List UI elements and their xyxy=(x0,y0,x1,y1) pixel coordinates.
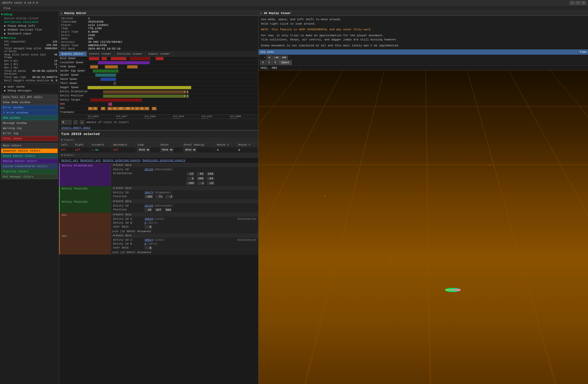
insert-minus-button[interactable]: − xyxy=(74,120,78,124)
divider-3 xyxy=(1,142,58,142)
fatal-crash-button[interactable]: FATAL CRASH xyxy=(1,136,58,141)
viewer-info-box: Use WASD, space, and left shift to move … xyxy=(259,16,588,49)
practice-colors-button[interactable]: Practice Colors xyxy=(1,169,58,174)
insert-plus-button[interactable]: + xyxy=(80,120,84,124)
select-all-link[interactable]: Select all xyxy=(61,159,78,162)
key-space[interactable]: Space xyxy=(279,60,292,65)
or-0-0[interactable]: -22 xyxy=(187,172,195,176)
debug-messages-item[interactable]: ▶ Debug messages xyxy=(1,89,58,93)
maximize-button[interactable]: □ xyxy=(576,1,580,5)
menu-file[interactable]: File xyxy=(2,7,12,10)
key-w[interactable]: W xyxy=(267,55,272,60)
pede-bar[interactable] xyxy=(88,65,258,69)
insert-label: Amount of ticks to insert xyxy=(86,121,129,124)
pede-label: Pede Spawn xyxy=(59,65,88,68)
pos1-z[interactable]: -3 xyxy=(165,195,173,198)
hit1-eid-b-link[interactable]: 0 xyxy=(145,221,146,224)
squid-bar[interactable] xyxy=(88,77,258,81)
mod-manager-colors-button[interactable]: Mod Manager Colors xyxy=(1,174,58,179)
thorn-bar[interactable] xyxy=(88,81,258,85)
or-1-2[interactable]: -54 xyxy=(206,177,214,180)
deselect-all-link[interactable]: Deselect all xyxy=(80,159,101,162)
pos1-entity-id-link[interactable]: 30475 xyxy=(145,191,153,194)
or-2-1[interactable]: -1 xyxy=(197,181,205,185)
warning-log-button[interactable]: Warning log xyxy=(1,126,58,131)
main-colors-button[interactable]: Main Colors xyxy=(1,143,58,148)
pos1-y[interactable]: 71 xyxy=(155,195,163,198)
td-shoot-homing: None xyxy=(182,147,215,153)
boid-bar[interactable] xyxy=(88,56,258,60)
hit1-user-data-num[interactable]: 0 xyxy=(145,225,152,229)
or-0-2[interactable]: 249 xyxy=(206,172,214,176)
metrics-section-title[interactable]: ▼ Metrics xyxy=(1,37,58,40)
entity-id-link[interactable]: 28138 xyxy=(145,168,153,171)
keyboard-input-item[interactable]: ▶ Keyboard input xyxy=(1,32,58,35)
error-window-button[interactable]: Error window xyxy=(1,105,58,110)
show-demo-button[interactable]: Show demo window xyxy=(1,100,58,105)
key-lmb[interactable]: LMB xyxy=(273,56,280,60)
entity-orientation-label: Entity Orientation xyxy=(59,90,88,93)
shoot-homing-select[interactable]: None xyxy=(183,148,197,152)
key-rmb[interactable]: RMB xyxy=(281,56,288,60)
hit1-eid-a-link[interactable]: 30829 xyxy=(145,217,153,221)
or-2-0[interactable]: -255 xyxy=(186,181,195,185)
dagger-bar[interactable] xyxy=(88,86,258,89)
hit-label: Hit xyxy=(59,107,88,110)
hit1-eid-a-key: Entity Id A xyxy=(112,217,143,221)
gem-window-button[interactable]: Gem window xyxy=(1,116,58,120)
inputs-table: Left Right Forward Backward Jump Shoot S… xyxy=(59,143,258,153)
popup-debug-item[interactable]: ▶ Popup debug info xyxy=(1,24,58,28)
or-0-1[interactable]: 54 xyxy=(197,172,204,176)
error-log-button[interactable]: Error log xyxy=(1,131,58,136)
auto-fail-button[interactable]: Auto-fail all API calls xyxy=(1,95,58,99)
jump-select[interactable]: None xyxy=(137,148,150,152)
spider-bar[interactable] xyxy=(88,73,258,77)
entity-orientation-bar[interactable]: 2 2 xyxy=(88,90,258,94)
spawnset-editor-colors-button[interactable]: Spawnset Editor Colors xyxy=(1,148,58,153)
duplicate-selected-link[interactable]: Duplicate selected events xyxy=(142,159,185,162)
pos2-y[interactable]: 347 xyxy=(154,208,162,212)
message-window-button[interactable]: Message window xyxy=(1,121,58,125)
transmute-bar[interactable] xyxy=(88,110,258,114)
tab-inputs-viewer[interactable]: Inputs viewer xyxy=(146,52,173,56)
insert-empty-link[interactable]: Insert empty data xyxy=(61,126,90,129)
delete-selected-link[interactable]: Delete selected events xyxy=(103,159,140,162)
window-controls[interactable]: ─ □ ✕ xyxy=(570,1,586,5)
or-1-0[interactable]: 3 xyxy=(187,177,195,180)
debug-section-title[interactable]: ▼ Debug xyxy=(1,13,58,16)
3d-canvas[interactable] xyxy=(259,70,588,384)
three-error-button[interactable]: 3 error windows xyxy=(1,110,58,115)
key-d[interactable]: D xyxy=(273,60,278,65)
custom-leaderboards-colors-button[interactable]: Custom Leaderboards Colors xyxy=(1,164,58,169)
replay-editor-colors-button[interactable]: Replay Editor Colors xyxy=(1,159,58,163)
tab-events-editor[interactable]: Events editor xyxy=(59,52,87,56)
tab-entities-viewer[interactable]: Entities viewer xyxy=(114,52,146,56)
entity-position-bar[interactable]: 2 2 xyxy=(88,94,258,98)
replay-icon: ▶ xyxy=(61,12,63,15)
hit2-eid-a-link[interactable]: 30824 xyxy=(145,238,153,241)
hit-bar[interactable]: 1 1 2 2 2 27 15 7 1 1 2 1 xyxy=(88,106,258,110)
shoot-select[interactable]: None xyxy=(160,148,174,152)
pos2-entity-id-link[interactable]: 28138 xyxy=(145,204,153,207)
hit2-user-data-num[interactable]: 0 xyxy=(145,246,152,250)
pos2-x[interactable]: 35 xyxy=(145,208,152,212)
asset-editor-colors-button[interactable]: Asset Editor Colors xyxy=(1,154,58,158)
tab-events-viewer[interactable]: Events viewer xyxy=(87,52,114,56)
key-a[interactable]: A xyxy=(260,60,266,65)
insert-ticks-input[interactable] xyxy=(61,120,71,125)
or-2-2[interactable]: -22 xyxy=(207,181,215,185)
position-1-arrow-icon: ▼ xyxy=(113,187,115,190)
modded-survival-item[interactable]: ▶ Modded survival file xyxy=(1,28,58,32)
gem-bar[interactable] xyxy=(88,102,258,106)
close-button[interactable]: ✕ xyxy=(581,1,586,5)
or-1-1[interactable]: 250 xyxy=(197,177,204,180)
levi-bar[interactable] xyxy=(88,61,258,65)
key-s[interactable]: S xyxy=(266,60,272,65)
minimize-button[interactable]: ─ xyxy=(570,1,575,5)
entity-target-bar[interactable] xyxy=(88,98,258,102)
pos1-x[interactable]: -292 xyxy=(145,195,153,198)
spider-egg-bar[interactable] xyxy=(88,69,258,73)
pos2-z[interactable]: 503 xyxy=(164,208,172,212)
user-cache-item[interactable]: ▶ User cache xyxy=(1,85,58,89)
hit2-eid-b-link[interactable]: 0 xyxy=(145,242,146,245)
